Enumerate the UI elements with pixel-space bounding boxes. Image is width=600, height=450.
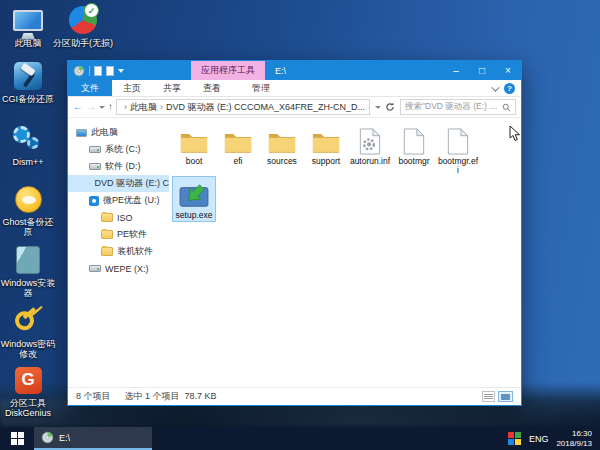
status-selection-text: 选中 1 个项目 <box>125 391 180 401</box>
tab-home[interactable]: 主页 <box>112 80 152 96</box>
sidebar-item-dvd-drive-e[interactable]: DVD 驱动器 (E:) C <box>68 175 169 192</box>
drive-icon <box>89 265 101 272</box>
recent-locations-chevron-icon[interactable] <box>99 106 105 109</box>
file-item-autorun[interactable]: autorun.inf <box>349 123 391 177</box>
taskbar-app-explorer[interactable]: E:\ <box>34 427 152 450</box>
system-tray: ENG 16:30 2018/9/13 <box>500 427 600 450</box>
desktop-icon-partition-assistant[interactable]: 分区助手(无损) <box>52 4 114 48</box>
status-bar: 8 个项目 选中 1 个项目 78.7 KB <box>68 387 521 405</box>
toolbar-divider <box>89 66 90 76</box>
sidebar-item-iso[interactable]: ISO <box>68 209 169 226</box>
clock-date: 2018/9/13 <box>556 439 592 449</box>
breadcrumb-separator: › <box>160 102 163 112</box>
language-indicator[interactable]: ENG <box>529 434 549 444</box>
sidebar-item-drive-c[interactable]: 系统 (C:) <box>68 141 169 158</box>
sidebar-item-pe-software[interactable]: PE软件 <box>68 226 169 243</box>
tray-color-icon[interactable] <box>508 432 521 445</box>
clock-time: 16:30 <box>572 429 592 439</box>
file-item-setup-exe[interactable]: setup.exe <box>173 177 215 221</box>
window-controls: – □ × <box>443 61 521 80</box>
tab-share[interactable]: 共享 <box>152 80 192 96</box>
contextual-tab-application-tools[interactable]: 应用程序工具 <box>191 61 265 80</box>
customize-toolbar-chevron-icon[interactable] <box>118 69 124 73</box>
this-pc-icon <box>12 4 44 36</box>
sidebar-item-label: PE软件 <box>117 228 147 241</box>
start-button[interactable] <box>0 427 34 450</box>
refresh-icon[interactable] <box>385 102 395 112</box>
file-item-bootmgr[interactable]: bootmgr <box>393 123 435 177</box>
taskbar: E:\ ENG 16:30 2018/9/13 <box>0 427 600 450</box>
usb-drive-icon <box>89 196 99 206</box>
breadcrumb-separator: › <box>124 102 127 112</box>
file-item-efi[interactable]: efi <box>217 123 259 177</box>
desktop-icon-windows-installer[interactable]: Windows安装器 <box>0 244 56 299</box>
maximize-button[interactable]: □ <box>469 61 495 80</box>
desktop: 此电脑 分区助手(无损) CGI备份还原 Dism++ Ghost备份还原 Wi… <box>0 0 600 450</box>
drive-icon <box>89 163 101 170</box>
back-icon[interactable]: ← <box>73 102 83 112</box>
search-input[interactable]: 搜索"DVD 驱动器 (E:) CCCO... <box>400 99 516 115</box>
sidebar-item-label: WEPE (X:) <box>105 264 149 274</box>
tab-manage[interactable]: 管理 <box>241 80 281 96</box>
new-folder-icon[interactable] <box>94 66 102 76</box>
minimize-button[interactable]: – <box>443 61 469 80</box>
folder-icon <box>179 125 209 155</box>
sidebar-item-install-software[interactable]: 装机软件 <box>68 243 169 260</box>
sidebar-item-label: 系统 (C:) <box>105 143 141 156</box>
file-item-boot[interactable]: boot <box>173 123 215 177</box>
sidebar-item-usb-u[interactable]: 微PE优盘 (U:) <box>68 192 169 209</box>
close-button[interactable]: × <box>495 61 521 80</box>
file-name: setup.exe <box>176 211 213 220</box>
desktop-icon-dism[interactable]: Dism++ <box>0 123 56 167</box>
file-item-sources[interactable]: sources <box>261 123 303 177</box>
tab-file[interactable]: 文件 <box>68 80 112 96</box>
file-item-bootmgr-efi[interactable]: bootmgr.efi <box>437 123 479 177</box>
search-icon <box>502 103 511 112</box>
sidebar-item-label: ISO <box>117 213 133 223</box>
desktop-icon-label: Dism++ <box>12 157 43 167</box>
file-name: boot <box>186 157 203 166</box>
sidebar-item-drive-d[interactable]: 软件 (D:) <box>68 158 169 175</box>
large-icons-view-icon[interactable] <box>498 391 513 402</box>
dvd-drive-icon[interactable] <box>73 65 85 77</box>
desktop-icon-label: Windows安装器 <box>0 278 56 299</box>
windows-installer-icon <box>12 244 44 276</box>
ghost-backup-icon <box>12 183 44 215</box>
up-icon[interactable]: ↑ <box>108 102 113 112</box>
address-bar[interactable]: › 此电脑 › DVD 驱动器 (E:) CCCOMA_X64FRE_ZH-CN… <box>116 99 370 115</box>
help-icon[interactable]: ? <box>504 83 515 94</box>
setup-exe-icon <box>178 179 210 209</box>
partition-assistant-icon <box>67 4 99 36</box>
forward-icon[interactable]: → <box>86 102 96 112</box>
desktop-icon-cgi-backup[interactable]: CGI备份还原 <box>0 60 56 104</box>
expand-ribbon-chevron-icon[interactable] <box>491 83 499 91</box>
file-name: sources <box>267 157 297 166</box>
inf-file-icon <box>359 125 381 155</box>
window-titlebar[interactable]: 应用程序工具 E:\ – □ × <box>68 61 521 80</box>
taskbar-app-label: E:\ <box>59 433 70 443</box>
dvd-drive-icon <box>41 431 54 444</box>
sidebar-item-label: 装机软件 <box>117 245 153 258</box>
ribbon-tab-row: 文件 主页 共享 查看 管理 ? <box>68 80 521 97</box>
desktop-icon-ghost-backup[interactable]: Ghost备份还原 <box>0 183 56 238</box>
folder-icon <box>223 125 253 155</box>
details-view-icon[interactable] <box>482 391 495 402</box>
properties-icon[interactable] <box>106 66 114 76</box>
file-name: bootmgr <box>398 157 429 166</box>
desktop-icon-diskgenius[interactable]: G 分区工具DiskGenius <box>0 364 56 419</box>
desktop-icon-windows-password[interactable]: Windows密码修改 <box>0 305 56 360</box>
computer-icon <box>76 129 87 137</box>
file-item-support[interactable]: support <box>305 123 347 177</box>
sidebar-item-wepe-x[interactable]: WEPE (X:) <box>68 260 169 277</box>
address-dropdown-chevron-icon[interactable] <box>375 106 381 109</box>
breadcrumb-this-pc[interactable]: 此电脑 <box>130 101 157 114</box>
explorer-content: 此电脑 系统 (C:) 软件 (D:) DVD 驱动器 (E:) C 微PE优盘… <box>68 118 521 387</box>
status-selection-size: 78.7 KB <box>185 391 217 401</box>
sidebar-item-this-pc[interactable]: 此电脑 <box>68 124 169 141</box>
status-selection: 选中 1 个项目 78.7 KB <box>125 390 217 403</box>
breadcrumb-current-folder[interactable]: DVD 驱动器 (E:) CCCOMA_X64FRE_ZH-CN_D... <box>166 101 365 114</box>
tab-view[interactable]: 查看 <box>192 80 232 96</box>
taskbar-clock[interactable]: 16:30 2018/9/13 <box>556 429 592 449</box>
desktop-icon-label: 此电脑 <box>15 38 42 48</box>
desktop-icon-this-pc[interactable]: 此电脑 <box>0 4 56 48</box>
